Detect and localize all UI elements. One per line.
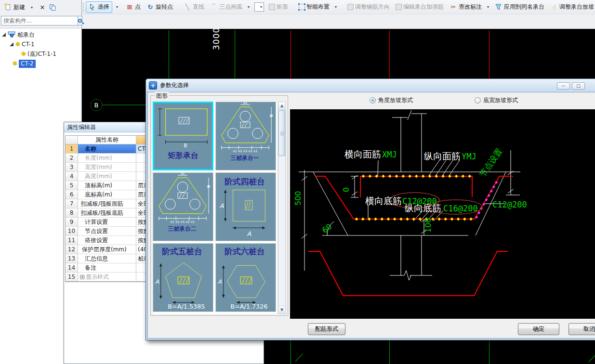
parametric-select-dialog: + 参数化选择 — □ 图形 B — [145, 78, 595, 340]
search-button[interactable] — [78, 16, 82, 26]
label-longitudinal-top-rebar: 纵向面筋 — [424, 151, 461, 161]
svg-text:x4: x4 — [243, 102, 247, 105]
svg-text:x4: x4 — [181, 173, 185, 176]
edit-strengthen-rebar-button[interactable]: 编辑承台加强筋 — [393, 1, 447, 13]
code-xmj: XMJ — [382, 150, 397, 159]
new-button-label: 新建 — [13, 3, 25, 12]
radio-bottom-width-slope[interactable]: 底宽放坡形式 — [475, 96, 518, 104]
ok-button[interactable]: 确定 — [518, 323, 559, 335]
label-transverse-bottom-rebar: 横向底筋 — [365, 195, 402, 206]
shape-3pile-cap-2[interactable]: x4 y3 y2 y1 x1 x2 x3 x2 x1 三桩承台二 — [153, 172, 213, 241]
smart-layout-button[interactable]: 智能布置▾ — [296, 1, 340, 13]
dim-500: 500 — [293, 191, 303, 206]
delete-icon[interactable]: ✕ — [39, 3, 46, 11]
maximize-button[interactable]: □ — [572, 82, 585, 90]
adjust-rebar-direction-button[interactable]: 调整钢筋方向 — [344, 1, 393, 13]
dim-100: 100 — [423, 218, 433, 233]
search-row — [0, 14, 81, 27]
svg-text:A: A — [220, 202, 224, 209]
radio-angle-slope[interactable]: 角度放坡形式 — [370, 96, 413, 104]
tree-item-label: CT-1 — [22, 41, 35, 48]
svg-text:B: B — [94, 102, 99, 109]
scroll-down-icon[interactable]: ▼ — [278, 306, 285, 313]
adjust-slope-button[interactable]: ☝调整承台放坡 — [547, 1, 595, 13]
svg-text:A: A — [247, 230, 251, 237]
copy-icon[interactable] — [49, 4, 56, 11]
apply-to-same-name-button[interactable]: 应用到同名承台 — [492, 1, 547, 13]
radio-unselected-icon[interactable] — [475, 97, 481, 104]
strengthen-icon — [396, 4, 402, 10]
chevron-down-icon: ▾ — [248, 5, 250, 9]
hand-icon: ☝ — [550, 3, 558, 11]
check-annotation-button[interactable]: ✂查改标注▾ — [447, 1, 492, 13]
gear-icon: ✱ — [21, 51, 26, 57]
axis-bubble: B — [90, 98, 150, 113]
section-preview: 横向面筋 纵向面筋 横向底筋 纵向底筋 XMJ YMJ C12@200 C16@… — [290, 109, 595, 319]
code-c12-side: C12@200 — [492, 200, 527, 209]
tree-node-ct1[interactable]: ✱ CT-1 — [0, 39, 81, 49]
cancel-button[interactable]: 取消 — [569, 323, 595, 335]
search-icon — [78, 19, 82, 23]
svg-text:x1 x2 x3 x2 x1: x1 x2 x3 x2 x1 — [233, 149, 257, 153]
new-component-button[interactable]: + 新建 ▾ — [2, 1, 36, 13]
point-tool-button[interactable]: ⊠点 — [123, 1, 144, 13]
expander-icon[interactable] — [2, 33, 6, 37]
svg-text:A: A — [155, 278, 159, 285]
smart-layout-icon — [299, 4, 305, 10]
svg-text:A: A — [218, 278, 222, 285]
tree-node-ct2[interactable]: ✱ CT-2 — [0, 59, 81, 68]
offset-combo[interactable]: ▾ — [254, 2, 264, 12]
toolbar-row-2: 选择 ▾ ⊠点 ↻旋转点 ╲直线 ⌒三点画弧▾ ▾ 矩形 智能布置▾ 调整钢筋方… — [82, 0, 595, 14]
radio-selected-icon[interactable] — [370, 97, 376, 104]
svg-text:y3 y2 y1: y3 y2 y1 — [269, 114, 273, 117]
search-input[interactable] — [1, 16, 78, 26]
code-c12-bottom: C12@200 — [402, 196, 437, 206]
tree-root-label: 桩承台 — [17, 31, 35, 39]
gear-icon: ✱ — [15, 41, 20, 48]
cursor-icon — [89, 3, 96, 11]
shape-rect-cap[interactable]: B 矩形承台 — [153, 102, 213, 170]
toolbar-grip[interactable] — [83, 3, 84, 12]
scrollbar-thumb[interactable] — [278, 110, 285, 156]
chevron-down-icon: ▾ — [335, 5, 337, 9]
funnel-icon — [495, 3, 502, 11]
select-button[interactable]: 选择 — [86, 1, 112, 13]
rotate-point-button[interactable]: ↻旋转点 — [144, 1, 176, 13]
shape-3pile-cap-1[interactable]: x4 y3 y2 y1 x1 x2 x3 x2 x1 三桩承台一 — [215, 102, 276, 170]
shape-step-6pile-cap[interactable]: 阶式六桩台 A B=A/1.7326 — [215, 243, 276, 312]
expand-icon[interactable]: + — [80, 275, 84, 279]
minimize-button[interactable]: — — [557, 82, 570, 90]
svg-text:B: B — [184, 143, 187, 148]
groupbox-label: 图形 — [155, 92, 169, 100]
rectangle-tool-button[interactable]: 矩形 — [266, 1, 291, 13]
axis-line — [389, 30, 390, 78]
axis-tick — [588, 354, 595, 362]
svg-text:B=A/1.7326: B=A/1.7326 — [230, 303, 267, 310]
arc-icon: ⌒ — [210, 3, 218, 11]
dimension-text: 3000 — [212, 29, 221, 50]
shape-step-4pile-cap[interactable]: 阶式四桩台 A A — [215, 172, 276, 241]
tree-item-label-selected: CT-2 — [19, 60, 36, 68]
component-mini-toolbar: + 新建 ▾ ✕ — [0, 0, 81, 14]
dialog-titlebar[interactable]: + 参数化选择 — [146, 79, 595, 92]
shape-list-scrollbar[interactable]: ▲ ▼ — [278, 102, 286, 314]
svg-text:x1 x2 x3 x2 x1: x1 x2 x3 x2 x1 — [170, 220, 195, 224]
svg-text:阶式六桩台: 阶式六桩台 — [225, 247, 265, 256]
rectangle-icon — [269, 4, 275, 10]
label-node-setting: 节点设置 — [477, 146, 504, 179]
expander-icon[interactable] — [10, 42, 13, 46]
line-tool-button[interactable]: ╲直线 — [181, 1, 207, 13]
tree-node-root[interactable]: 桩承台 — [0, 30, 81, 39]
scissors-icon: ✂ — [450, 3, 457, 11]
chevron-down-icon: ▾ — [260, 5, 262, 9]
tree-node-ct1-1[interactable]: ✱ (底)CT-1-1 — [0, 49, 81, 59]
svg-text:B=A/1.5385: B=A/1.5385 — [168, 303, 205, 310]
column-header-name[interactable]: 属性名称 — [78, 136, 136, 144]
rotate-icon: ↻ — [146, 3, 154, 11]
axis-tick — [295, 353, 303, 361]
rebar-form-button[interactable]: 配筋形式 — [308, 323, 345, 335]
arc-tool-button[interactable]: ⌒三点画弧▾ — [207, 1, 252, 13]
shape-step-5pile-cap[interactable]: 阶式五桩台 A B=A/1.5385 — [153, 243, 213, 312]
chevron-down-icon[interactable]: ▾ — [116, 5, 118, 9]
scroll-up-icon[interactable]: ▲ — [278, 102, 285, 110]
